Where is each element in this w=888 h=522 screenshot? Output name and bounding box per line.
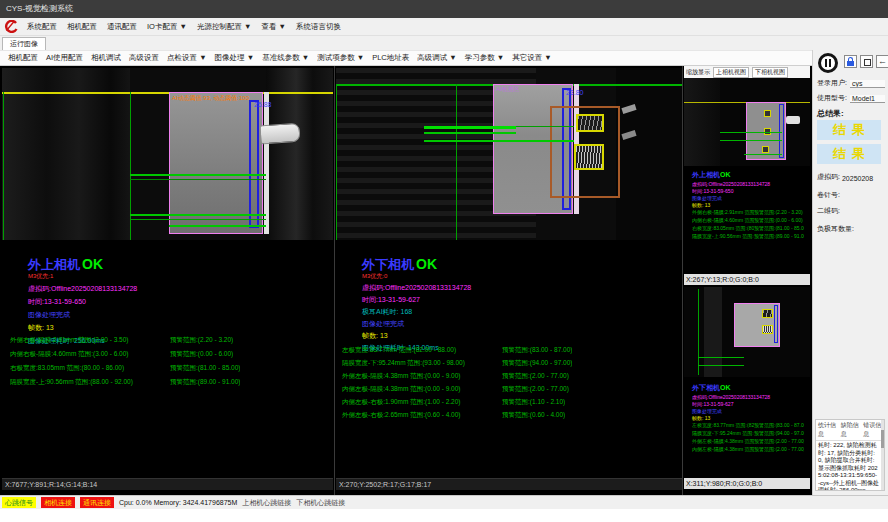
menu-item-camera-config[interactable]: 相机配置 [67, 22, 97, 32]
thumbnail-image-upper[interactable] [684, 78, 810, 166]
stats-tab-statistics[interactable]: 统计信息 [818, 421, 837, 439]
measurement-row: 右极宽度:83.05mm 范围:(80.00 - 86.00)预警范围:(81.… [692, 225, 808, 232]
tab-detect-box [764, 110, 771, 117]
measurement-row: 外侧右极-隔膜:2.91mm 范围:(2.00 - 3.50)预警范围:(2.2… [10, 336, 331, 350]
pixel-coords-lower: X:270;Y:2502;R:17;G:17;B:17 [336, 478, 682, 490]
measurement-list-lower: 左极宽度:83.77mm 范围:(82.00 - 88.00)预警范围:(83.… [342, 346, 680, 424]
measurement-warn: 预警范围:(2.20 - 3.20) [170, 336, 233, 345]
tool-ai-config[interactable]: AI使用配置 [46, 53, 83, 63]
menu-item-view[interactable]: 查看 ▼ [261, 22, 286, 32]
total-result-label: 总结果: [817, 108, 844, 119]
frame-count-text: 帧数: 13 [362, 331, 678, 341]
camera-name: 外上相机 [28, 257, 80, 272]
tool-advanced-debug[interactable]: 高级调试 ▼ [417, 53, 457, 63]
upper-camera-link-text: 上相机心跳链接 [242, 498, 291, 508]
ok-status: OK [720, 384, 731, 391]
pixel-coords-thumb-lower: X:311;Y:980;R:0;G:0;B:0 [684, 478, 810, 489]
measurement-text: 内侧右极-隔膜:4.60mm 范围:(3.00 - 6.00) [10, 350, 170, 359]
tab-run-image[interactable]: 运行图像 [2, 37, 46, 50]
roi-box-blue [774, 305, 778, 343]
guide-line-green [336, 84, 337, 240]
process-done-text: 图像处理完成 [692, 195, 808, 201]
measurement-text: 外侧左极-隔膜:4.38mm 范围:(0.00 - 9.00) [342, 372, 502, 381]
measurement-row: 外侧右极-隔膜:2.91mm 范围:(2.00 - 3.50)预警范围:(2.2… [692, 209, 808, 216]
camera-result-text-lower: 外下相机OK M3优先:0 虚拟码:Offline202502081331347… [362, 256, 678, 353]
ok-status: OK [720, 171, 731, 178]
tool-spot-check[interactable]: 点检设置 ▼ [167, 53, 207, 63]
stats-scrollbar[interactable] [881, 420, 884, 490]
tab-detect-box [576, 114, 604, 132]
menu-item-system-config[interactable]: 系统配置 [27, 22, 57, 32]
tool-baseline-params[interactable]: 基准线参数 ▼ [262, 53, 309, 63]
measurement-row: 右极宽度:83.05mm 范围:(80.00 - 86.00)预警范围:(81.… [10, 364, 331, 378]
camera-image-lower[interactable]: AI检测区 23.80 [336, 68, 682, 240]
tab-lower-view[interactable]: 下相机视图 [752, 67, 788, 78]
stats-box: 统计信息 缺陷信息 错误信息 耗时: 222, 缺陷检测耗时: 17, 缺陷分类… [815, 419, 885, 491]
measurement-warn: 预警范围:(0.00 - 6.00) [170, 350, 233, 359]
measurement-warn: 预警范围:(0.60 - 4.00) [502, 411, 565, 420]
main-content: AI动态阈值:93, 动态阈值:100 25.88 外上相机OK M3优先:1 … [0, 66, 812, 495]
measurement-row: 外侧左极-隔膜:4.38mm 范围:(0.00 - 9.00)预警范围:(2.0… [692, 438, 808, 445]
measurement-row: 内侧左极-右极:1.90mm 范围:(1.00 - 2.20)预警范围:(1.1… [342, 398, 680, 411]
tool-camera-config[interactable]: 相机配置 [8, 53, 38, 63]
measure-line-green [744, 154, 782, 155]
menu-item-comm-config[interactable]: 通讯配置 [107, 22, 137, 32]
measurement-text: 内侧左极-隔膜:4.38mm 范围:(0.00 - 9.00) [692, 446, 754, 452]
menu-item-light-config[interactable]: 光源控制配置 ▼ [197, 22, 252, 32]
window-icon [864, 59, 871, 66]
guide-line-green [130, 92, 131, 240]
pause-icon [825, 59, 827, 67]
side-panel: ← 登录用户: cys 使用型号: Model1 总结果: 结果 结果 虚拟码:… [812, 50, 888, 495]
panel-divider [682, 66, 683, 495]
measurement-text: 内侧右极-隔膜:4.60mm 范围:(3.00 - 6.00) [692, 217, 754, 223]
tool-other-settings[interactable]: 其它设置 ▼ [512, 53, 552, 63]
measurement-row: 内侧左极-隔膜:4.38mm 范围:(0.00 - 9.00)预警范围:(2.0… [692, 446, 808, 453]
login-user-value[interactable]: cys [850, 80, 885, 88]
model-value[interactable]: Model1 [850, 95, 885, 103]
camera-result-text-upper: 外上相机OK M3优先:1 虚拟码:Offline202502081331347… [28, 256, 329, 346]
measurement-list-upper: 外侧右极-隔膜:2.91mm 范围:(2.00 - 3.50)预警范围:(2.2… [10, 336, 331, 392]
process-done-text: 图像处理完成 [28, 310, 329, 320]
tool-image-process[interactable]: 图像处理 ▼ [215, 53, 255, 63]
window-button[interactable] [860, 55, 873, 68]
camera-link-badge: 相机连接 [41, 497, 75, 508]
comm-link-badge: 通讯连接 [80, 497, 114, 508]
tool-camera-debug[interactable]: 相机调试 [91, 53, 121, 63]
back-button[interactable]: ← [876, 55, 888, 68]
window-title: CYS-视觉检测系统 [6, 4, 73, 13]
measurement-text: 隔膜宽度-下:95.24mm 范围:(93.00 - 98.00) [342, 359, 502, 368]
measurement-row: 隔膜宽度-上:90.56mm 范围:(88.00 - 92.00)预警范围:(8… [10, 378, 331, 392]
measurement-text: 右极宽度:83.05mm 范围:(80.00 - 86.00) [692, 225, 754, 231]
time-text: 时间:13-31-59-650 [28, 297, 329, 307]
pause-button[interactable] [818, 53, 838, 73]
stats-tab-defects[interactable]: 缺陷信息 [841, 421, 860, 439]
tool-test-params[interactable]: 测试项参数 ▼ [317, 53, 364, 63]
camera-title: 外上相机OK [692, 170, 808, 180]
pixel-coords-thumb-upper: X:267;Y:13;R:0;G:0;B:0 [684, 274, 810, 285]
measurement-warn: 预警范围:(1.10 - 2.10) [502, 398, 565, 407]
camera-image-upper[interactable]: AI动态阈值:93, 动态阈值:100 25.88 [2, 68, 333, 240]
measurement-warn: 预警范围:(2.00 - 77.00) [754, 446, 804, 452]
tool-advanced-settings[interactable]: 高级设置 [129, 53, 159, 63]
measurement-warn: 预警范围:(94.00 - 97.00) [502, 359, 572, 368]
tab-upper-view[interactable]: 上相机视图 [713, 67, 749, 78]
application-window: CYS-视觉检测系统 系统配置 相机配置 通讯配置 IO卡配置 ▼ 光源控制配置… [0, 0, 888, 522]
measure-line-green [720, 132, 782, 133]
menu-item-io-config[interactable]: IO卡配置 ▼ [147, 22, 187, 32]
tab-detect-box [574, 144, 604, 170]
measurement-text: 隔膜宽度-下:95.24mm 范围:(93.00 - 98.00) [692, 430, 754, 436]
thumbnail-image-lower[interactable] [684, 287, 810, 377]
measure-line-green [424, 140, 574, 142]
lock-button[interactable] [844, 55, 857, 68]
menu-item-language[interactable]: 系统语言切换 [296, 22, 341, 32]
image-background [704, 287, 722, 377]
measurement-text: 外侧左极-隔膜:4.38mm 范围:(0.00 - 9.00) [692, 438, 754, 444]
tool-learn-params[interactable]: 学习参数 ▼ [465, 53, 505, 63]
measurement-row: 左极宽度:83.77mm 范围:(82.00 - 88.00)预警范围:(83.… [342, 346, 680, 359]
model-row: 使用型号: Model1 [817, 93, 885, 103]
stats-scrollbar-thumb[interactable] [881, 430, 884, 448]
tool-plc-table[interactable]: PLC地址表 [372, 53, 409, 63]
guide-line-green [3, 92, 4, 240]
measurement-row: 内侧右极-隔膜:4.60mm 范围:(3.00 - 6.00)预警范围:(0.0… [692, 217, 808, 224]
stats-tab-errors[interactable]: 错误信息 [863, 421, 882, 439]
